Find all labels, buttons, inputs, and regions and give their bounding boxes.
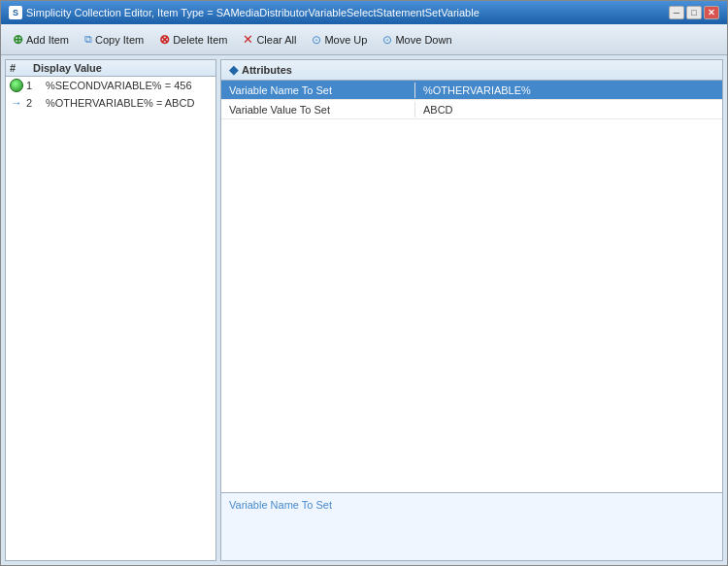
- attributes-icon: ◆: [229, 63, 238, 77]
- column-header-num: #: [10, 62, 33, 74]
- add-item-label: Add Item: [26, 34, 69, 46]
- delete-icon: ⊗: [159, 32, 170, 47]
- toolbar: ⊕ Add Item ⧉ Copy Item ⊗ Delete Item ✕ C…: [1, 24, 727, 55]
- right-panel: ◆ Attributes Variable Name To Set %OTHER…: [220, 59, 723, 561]
- bottom-info: Variable Name To Set: [221, 492, 722, 560]
- attributes-table: Variable Name To Set %OTHERVARIABLE% Var…: [221, 81, 722, 492]
- close-button[interactable]: ✕: [704, 6, 719, 19]
- main-content: # Display Value 1 %SECONDVARIABLE% = 456…: [1, 55, 727, 565]
- copy-icon: ⧉: [84, 33, 92, 46]
- move-down-label: Move Down: [395, 34, 451, 46]
- copy-item-button[interactable]: ⧉ Copy Item: [79, 31, 149, 48]
- move-up-label: Move Up: [324, 34, 367, 46]
- attributes-title: Attributes: [242, 64, 292, 76]
- maximize-button[interactable]: □: [686, 6, 702, 19]
- title-bar: S Simplicity Collection Editor, Item Typ…: [1, 1, 727, 24]
- add-item-button[interactable]: ⊕ Add Item: [7, 30, 75, 49]
- attr-value-2: ABCD: [415, 102, 722, 117]
- attr-name-1: Variable Name To Set: [221, 83, 415, 98]
- item-num-2: 2: [26, 97, 46, 109]
- item-text-1: %SECONDVARIABLE% = 456: [46, 80, 212, 91]
- attr-name-2: Variable Value To Set: [221, 102, 415, 117]
- clear-icon: ✕: [243, 32, 253, 47]
- list-item[interactable]: → 2 %OTHERVARIABLE% = ABCD: [6, 94, 215, 112]
- clear-all-button[interactable]: ✕ Clear All: [237, 30, 302, 49]
- move-up-icon: ⊙: [312, 33, 321, 47]
- move-down-button[interactable]: ⊙ Move Down: [377, 31, 457, 49]
- list-item[interactable]: 1 %SECONDVARIABLE% = 456: [6, 77, 215, 94]
- attribute-row[interactable]: Variable Name To Set %OTHERVARIABLE%: [221, 81, 722, 100]
- window-title: Simplicity Collection Editor, Item Type …: [26, 7, 480, 18]
- attr-value-1: %OTHERVARIABLE%: [415, 83, 722, 98]
- minimize-button[interactable]: ─: [669, 6, 684, 19]
- list-header: # Display Value: [6, 60, 215, 77]
- delete-item-button[interactable]: ⊗ Delete Item: [153, 30, 233, 49]
- left-panel: # Display Value 1 %SECONDVARIABLE% = 456…: [5, 59, 216, 561]
- attributes-header: ◆ Attributes: [221, 60, 722, 81]
- main-window: S Simplicity Collection Editor, Item Typ…: [0, 0, 728, 566]
- indicator-green: [10, 79, 23, 92]
- copy-item-label: Copy Item: [95, 34, 144, 46]
- column-header-value: Display Value: [33, 62, 212, 74]
- item-num-1: 1: [26, 80, 46, 91]
- list-items: 1 %SECONDVARIABLE% = 456 → 2 %OTHERVARIA…: [6, 77, 215, 560]
- title-bar-left: S Simplicity Collection Editor, Item Typ…: [9, 6, 480, 19]
- bottom-info-text: Variable Name To Set: [229, 499, 332, 511]
- clear-all-label: Clear All: [256, 34, 296, 46]
- item-text-2: %OTHERVARIABLE% = ABCD: [46, 97, 212, 109]
- title-buttons: ─ □ ✕: [669, 6, 719, 19]
- move-up-button[interactable]: ⊙ Move Up: [306, 31, 373, 49]
- delete-item-label: Delete Item: [173, 34, 227, 46]
- app-icon: S: [9, 6, 22, 19]
- indicator-arrow: →: [10, 96, 23, 110]
- move-down-icon: ⊙: [382, 33, 392, 47]
- attribute-row[interactable]: Variable Value To Set ABCD: [221, 100, 722, 119]
- add-icon: ⊕: [13, 32, 23, 47]
